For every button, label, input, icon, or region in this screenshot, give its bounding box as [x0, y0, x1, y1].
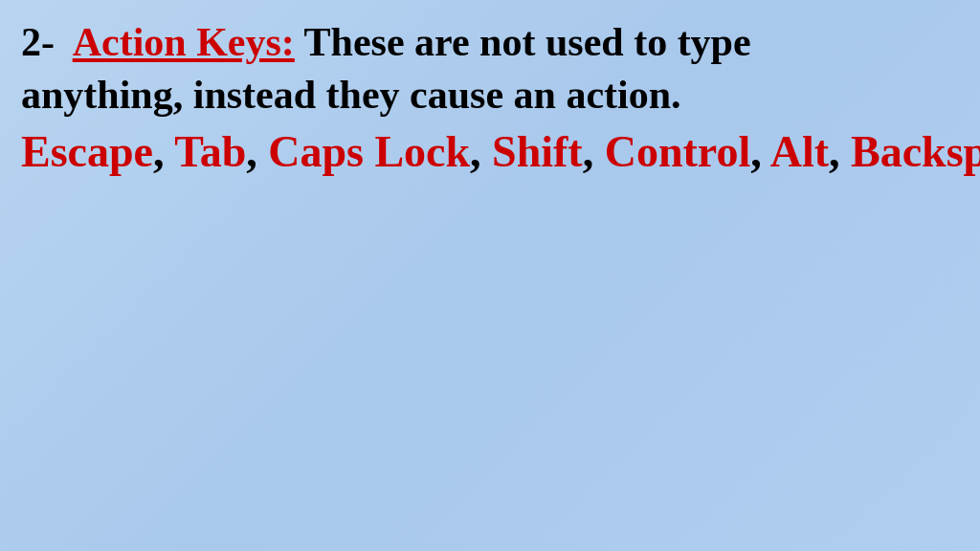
- second-line: anything, instead they cause an action.: [21, 70, 959, 121]
- keys-block: Escape, Tab, Caps Lock, Shift, Control, …: [21, 125, 959, 179]
- tab-key: Tab: [174, 127, 246, 176]
- header-line: 2- Action Keys: These are not used to ty…: [21, 17, 959, 68]
- header-description: These are not used to type: [304, 20, 751, 64]
- shift-key: Shift: [492, 127, 583, 176]
- comma-1: ,: [153, 127, 174, 176]
- action-keys-label: Action Keys:: [73, 20, 295, 64]
- comma-3: ,: [470, 127, 492, 176]
- slide-content: 2- Action Keys: These are not used to ty…: [21, 17, 959, 534]
- escape-key: Escape: [21, 127, 153, 176]
- comma-5: ,: [750, 127, 769, 176]
- comma-2: ,: [246, 127, 268, 176]
- alt-key: Alt: [770, 127, 829, 176]
- caps-lock-key: Caps Lock: [268, 127, 470, 176]
- slide-number: 2-: [21, 20, 55, 64]
- comma-4: ,: [583, 127, 605, 176]
- comma-6: ,: [829, 127, 851, 176]
- backspace-key: Backspace: [851, 127, 980, 176]
- control-key: Control: [605, 127, 751, 176]
